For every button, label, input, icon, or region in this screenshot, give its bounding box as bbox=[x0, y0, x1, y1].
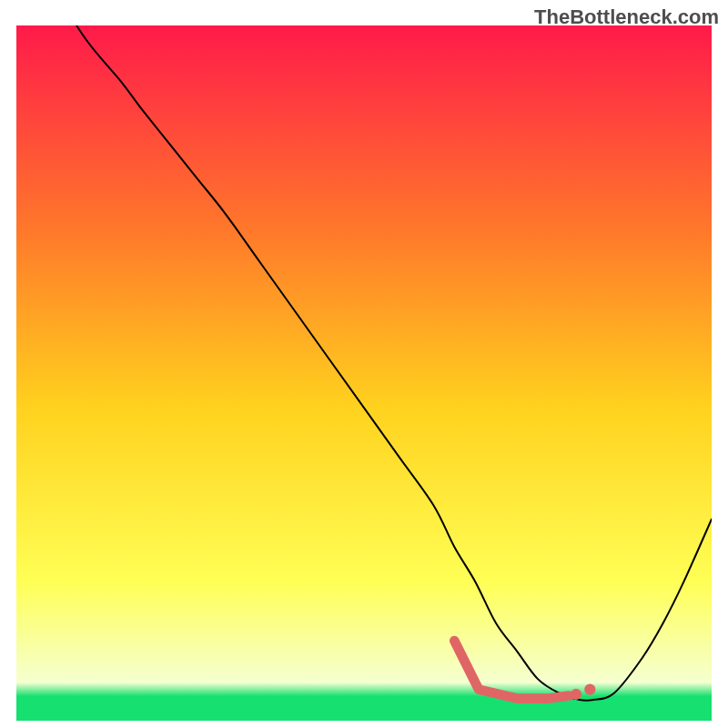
plot-area bbox=[16, 25, 712, 721]
flat-min-segment bbox=[454, 641, 569, 698]
flat-dot-1 bbox=[571, 689, 581, 700]
flat-dot-2 bbox=[584, 684, 595, 695]
markers-layer bbox=[16, 25, 712, 721]
chart-canvas: TheBottleneck.com bbox=[0, 0, 728, 728]
